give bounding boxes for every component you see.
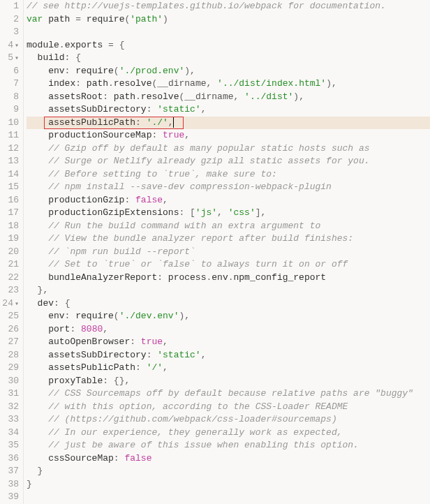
line-number: 20	[0, 246, 19, 259]
token-punc: {},	[108, 376, 130, 386]
code-line[interactable]: autoOpenBrowser: true,	[27, 336, 430, 349]
token-punc: .	[108, 78, 114, 89]
code-line[interactable]: assetsPublicPath: './',	[27, 117, 430, 130]
code-line[interactable]: index: path.resolve(__dirname, '../dist/…	[27, 77, 430, 91]
line-number: 3	[0, 26, 19, 39]
code-line[interactable]: bundleAnalyzerReport: process.env.npm_co…	[27, 272, 430, 285]
line-number: 38	[0, 478, 19, 491]
code-line[interactable]: // CSS Sourcemaps off by default because…	[27, 387, 430, 401]
token-id: module	[27, 40, 59, 50]
token-str: 'js'	[195, 207, 217, 218]
fold-icon[interactable]: ▾	[13, 42, 19, 50]
code-line[interactable]: productionGzipExtensions: ['js', 'css'],	[27, 207, 430, 220]
token-bool: false	[130, 195, 163, 205]
code-line[interactable]: // View the bundle analyzer report after…	[27, 232, 430, 246]
code-line[interactable]	[27, 26, 430, 39]
code-line[interactable]: // `npm run build --report`	[27, 246, 430, 259]
line-number: 22	[0, 272, 19, 285]
code-line[interactable]: assetsRoot: path.resolve(__dirname, '../…	[27, 91, 430, 104]
code-line[interactable]: },	[27, 284, 430, 297]
token-id: cssSourceMap	[27, 453, 114, 464]
token-punc: },	[27, 285, 48, 295]
code-line[interactable]: }	[27, 478, 430, 491]
token-comment: // Surge or Netlify already gzip all sta…	[48, 156, 369, 166]
token-punc: (	[114, 311, 119, 321]
code-area[interactable]: // see http://vuejs-templates.github.io/…	[24, 0, 430, 504]
line-number: 8	[0, 91, 19, 104]
token-punc: :	[75, 78, 81, 89]
code-line[interactable]: // In our experience, they generally wor…	[27, 427, 430, 440]
token-punc: :	[130, 336, 135, 347]
code-line[interactable]: assetsSubDirectory: 'static',	[27, 349, 430, 362]
code-line[interactable]: // Before setting to `true`, make sure t…	[27, 168, 430, 181]
line-number: 24▾	[0, 297, 19, 311]
token-id	[27, 181, 48, 192]
token-id: assetsSubDirectory	[27, 350, 147, 360]
code-line[interactable]: // just be aware of this issue when enab…	[27, 439, 430, 452]
fold-icon[interactable]: ▾	[13, 54, 19, 62]
token-id	[27, 246, 48, 257]
line-number: 19	[0, 232, 19, 246]
line-number: 16	[0, 194, 19, 207]
code-line[interactable]: cssSourceMap: false	[27, 452, 430, 466]
token-id: require	[70, 66, 113, 76]
line-number: 39	[0, 491, 19, 504]
token-str: './prod.env'	[119, 66, 185, 76]
line-number: 28	[0, 349, 19, 362]
code-line[interactable]: productionSourceMap: true,	[27, 129, 430, 142]
code-line[interactable]: var path = require('path')	[27, 13, 430, 27]
token-id	[27, 156, 48, 166]
code-line[interactable]: // Run the build command with an extra a…	[27, 220, 430, 233]
token-punc: :	[103, 91, 108, 102]
token-punc: ,	[201, 350, 207, 360]
token-punc: )	[163, 14, 168, 24]
token-id: productionSourceMap	[27, 130, 151, 140]
code-line[interactable]: // see http://vuejs-templates.github.io/…	[27, 0, 430, 13]
line-number: 4▾	[0, 39, 19, 52]
code-line[interactable]: // Set to `true` or `false` to always tu…	[27, 258, 430, 272]
code-line[interactable]: module.exports = {	[27, 39, 430, 52]
token-punc: ,	[163, 195, 168, 205]
code-line[interactable]: // Surge or Netlify already gzip all sta…	[27, 155, 430, 168]
token-id: assetsPublicPath	[27, 117, 135, 128]
code-line[interactable]: proxyTable: {},	[27, 375, 430, 388]
token-punc: ,	[103, 324, 108, 334]
token-bool: true	[157, 130, 184, 140]
token-comment: // see http://vuejs-templates.github.io/…	[27, 1, 386, 11]
code-line[interactable]: port: 8080,	[27, 323, 430, 336]
line-number: 35	[0, 439, 19, 452]
code-line[interactable]: // Gzip off by default as many popular s…	[27, 142, 430, 156]
token-punc: .	[135, 91, 141, 102]
line-number: 1	[0, 0, 19, 13]
token-punc: {	[59, 298, 71, 309]
line-number: 27	[0, 336, 19, 349]
token-id: path	[81, 78, 108, 89]
code-line[interactable]: assetsPublicPath: '/',	[27, 362, 430, 375]
code-line[interactable]: productionGzip: false,	[27, 194, 430, 207]
code-line[interactable]: // (https://github.com/webpack/css-loade…	[27, 413, 430, 427]
token-id	[27, 259, 48, 269]
token-id: exports	[65, 40, 108, 50]
token-id: build	[27, 52, 65, 63]
code-line[interactable]: // npm install --save-dev compression-we…	[27, 181, 430, 194]
token-str: 'path'	[130, 14, 163, 24]
token-id	[27, 233, 48, 244]
code-line[interactable]	[27, 491, 430, 504]
token-punc: .	[59, 40, 65, 50]
token-id: bundleAnalyzerReport	[27, 272, 157, 283]
token-id: productionGzip	[27, 195, 124, 205]
fold-icon[interactable]: ▾	[13, 300, 19, 308]
code-line[interactable]: env: require('./dev.env'),	[27, 310, 430, 323]
line-number: 7	[0, 77, 19, 91]
token-id	[27, 143, 48, 154]
code-line[interactable]: }	[27, 465, 430, 478]
line-number: 6	[0, 65, 19, 78]
token-id: assetsPublicPath	[27, 362, 135, 373]
line-number: 33	[0, 413, 19, 427]
code-line[interactable]: env: require('./prod.env'),	[27, 65, 430, 78]
line-number: 14	[0, 168, 19, 181]
code-line[interactable]: build: {	[27, 52, 430, 65]
code-line[interactable]: // with this option, according to the CS…	[27, 401, 430, 414]
code-line[interactable]: assetsSubDirectory: 'static',	[27, 103, 430, 117]
code-line[interactable]: dev: {	[27, 297, 430, 311]
